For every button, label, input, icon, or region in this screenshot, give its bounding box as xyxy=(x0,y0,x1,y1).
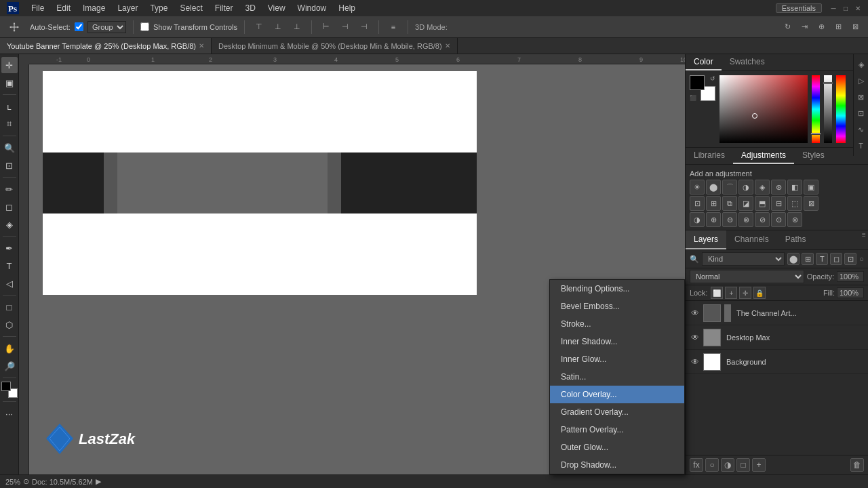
minimize-button[interactable]: ─ xyxy=(829,3,838,13)
layers-panel-collapse[interactable]: ≡ xyxy=(860,230,868,239)
lasso-tool-btn[interactable]: ʟ xyxy=(1,98,18,115)
layers-tab[interactable]: Layers xyxy=(686,230,726,249)
filter-adj-icon[interactable]: ⊞ xyxy=(802,253,814,265)
add-mask-btn[interactable]: ○ xyxy=(705,458,719,472)
text-tool-btn[interactable]: T xyxy=(1,258,18,274)
adj-brightness-icon[interactable]: ☀ xyxy=(690,180,705,195)
menu-image[interactable]: Image xyxy=(77,2,111,14)
brush-tool-btn[interactable]: ✏ xyxy=(1,181,18,197)
add-group-btn[interactable]: □ xyxy=(736,458,750,472)
menu-edit[interactable]: Edit xyxy=(51,2,76,14)
adj-mix-icon[interactable]: ⊙ xyxy=(771,212,786,227)
ctx-color-overlay[interactable]: Color Overlay... xyxy=(550,386,684,403)
layer-1-visibility[interactable]: 👁 xyxy=(690,308,701,319)
ctx-stroke[interactable]: Stroke... xyxy=(550,315,684,333)
status-icon[interactable]: ⊙ xyxy=(23,477,29,486)
ctx-satin[interactable]: Satin... xyxy=(550,368,684,386)
3d-tool4-button[interactable]: ⊞ xyxy=(831,20,846,35)
adj-desat-icon[interactable]: ⊖ xyxy=(722,212,737,227)
filter-shape-icon[interactable]: ◻ xyxy=(830,253,842,265)
menu-filter[interactable]: Filter xyxy=(210,2,239,14)
align-left-button[interactable]: ⊢ xyxy=(319,20,334,35)
adj-replace-icon[interactable]: ⊘ xyxy=(755,212,770,227)
menu-type[interactable]: Type xyxy=(144,2,173,14)
adj-exposure-icon[interactable]: ◑ xyxy=(738,180,753,195)
align-bottom-button[interactable]: ⊥ xyxy=(290,20,304,35)
extra-tools-btn[interactable]: ··· xyxy=(1,405,18,422)
adj-shadow-icon[interactable]: ◑ xyxy=(690,212,705,227)
ctx-outer-glow[interactable]: Outer Glow... xyxy=(550,439,684,456)
3d-tool5-button[interactable]: ⊠ xyxy=(848,20,863,35)
channels-tab[interactable]: Channels xyxy=(726,230,777,249)
fill-tool-btn[interactable]: ◈ xyxy=(1,216,18,232)
crop-tool-btn[interactable]: ⌗ xyxy=(1,116,18,132)
lock-all-btn[interactable]: 🔒 xyxy=(753,287,766,299)
styles-tab[interactable]: Styles xyxy=(794,148,833,164)
shape2-tool-btn[interactable]: ⬡ xyxy=(1,317,18,333)
lock-pixels-btn[interactable]: ⬜ xyxy=(711,287,723,299)
fill-input[interactable] xyxy=(837,287,864,298)
blend-mode-dropdown[interactable]: Normal xyxy=(690,270,804,283)
menu-select[interactable]: Select xyxy=(174,2,208,14)
adj-invert-icon[interactable]: ◪ xyxy=(738,196,753,211)
layer-2-visibility[interactable]: 👁 xyxy=(690,332,701,343)
adj-colorbal-icon[interactable]: ◧ xyxy=(787,180,802,195)
layers-kind-dropdown[interactable]: Kind xyxy=(702,252,785,266)
hue-slider[interactable] xyxy=(812,75,820,143)
filter-toggle[interactable]: ○ xyxy=(859,255,864,263)
adj-levels-icon[interactable]: ⬤ xyxy=(706,180,721,195)
libraries-tab[interactable]: Libraries xyxy=(686,148,733,164)
spectrum-bar[interactable] xyxy=(836,75,846,143)
filter-type-icon[interactable]: T xyxy=(816,253,828,265)
opacity-input[interactable] xyxy=(837,271,864,282)
adj-selectcolor-icon[interactable]: ⊠ xyxy=(804,196,818,211)
adj-hdr-icon[interactable]: ⊕ xyxy=(706,212,721,227)
align-right-button[interactable]: ⊣ xyxy=(357,20,372,35)
mini-btn-4[interactable]: ⊡ xyxy=(854,106,869,121)
color-tab[interactable]: Color xyxy=(686,54,722,70)
add-fx-btn[interactable]: fx xyxy=(690,458,703,472)
adj-vibrance-icon[interactable]: ◈ xyxy=(755,180,770,195)
brightness-slider[interactable] xyxy=(824,75,832,143)
layer-3-visibility[interactable]: 👁 xyxy=(690,357,701,367)
add-adj-btn[interactable]: ◑ xyxy=(721,458,734,472)
paths-tab[interactable]: Paths xyxy=(777,230,814,249)
eraser-tool-btn[interactable]: ◻ xyxy=(1,199,18,215)
adj-grid-icon[interactable]: ⊚ xyxy=(787,212,802,227)
align-top-button[interactable]: ⊤ xyxy=(252,20,267,35)
align-vmid-button[interactable]: ⊥ xyxy=(271,20,285,35)
adj-curves-icon[interactable]: ⌒ xyxy=(722,180,737,195)
lock-fill-btn[interactable]: + xyxy=(725,287,737,299)
auto-select-dropdown[interactable]: Group xyxy=(87,21,126,33)
align-hmid-button[interactable]: ⊣ xyxy=(338,20,353,35)
rect-select-tool-btn[interactable]: ▣ xyxy=(1,75,18,91)
menu-window[interactable]: Window xyxy=(292,2,332,14)
path-tool-btn[interactable]: ◁ xyxy=(1,275,18,291)
mini-btn-6[interactable]: T xyxy=(854,138,869,153)
pen-tool-btn[interactable]: ✒ xyxy=(1,240,18,256)
new-layer-btn[interactable]: + xyxy=(752,458,766,472)
tab-1-close[interactable]: ✕ xyxy=(199,42,204,49)
adj-match-icon[interactable]: ⊗ xyxy=(738,212,753,227)
auto-select-checkbox[interactable] xyxy=(75,22,83,31)
adj-hsl-icon[interactable]: ⊛ xyxy=(771,180,786,195)
move-tool-icon[interactable] xyxy=(5,18,23,36)
filter-pixel-icon[interactable]: ⬤ xyxy=(787,253,800,265)
workspace-selector[interactable]: Essentials xyxy=(776,3,822,13)
adj-posterize-icon[interactable]: ⬒ xyxy=(755,196,770,211)
maximize-button[interactable]: □ xyxy=(841,3,850,13)
zoom-tool-btn[interactable]: 🔎 xyxy=(1,358,18,374)
3d-zoom-button[interactable]: ⊕ xyxy=(814,20,829,35)
layer-item-1[interactable]: 👁 The Channel Art... xyxy=(686,301,868,325)
mini-btn-2[interactable]: ▷ xyxy=(854,73,869,88)
adj-bw-icon[interactable]: ▣ xyxy=(804,180,818,195)
tab-2[interactable]: Desktop Minimum & Mobile @ 50% (Desktop … xyxy=(212,38,458,54)
hand-tool-btn[interactable]: ✋ xyxy=(1,340,18,357)
eyedropper-tool-btn[interactable]: 🔍 xyxy=(1,140,18,156)
canvas[interactable] xyxy=(43,71,477,295)
fg-bg-color-swatches[interactable]: ↺ ⬛ xyxy=(690,75,715,101)
mini-btn-1[interactable]: ◈ xyxy=(854,57,869,72)
ctx-blending-options[interactable]: Blending Options... xyxy=(550,280,684,298)
adj-threshold-icon[interactable]: ⊟ xyxy=(771,196,786,211)
adjustments-tab[interactable]: Adjustments xyxy=(733,148,794,164)
